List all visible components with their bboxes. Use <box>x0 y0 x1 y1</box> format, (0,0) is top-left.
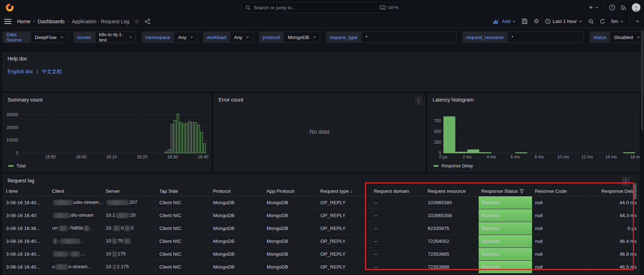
search-placeholder: Search or jump to... <box>254 5 380 10</box>
cell-protocol: MongoDB <box>210 247 264 260</box>
filter-group: request_resource* <box>462 31 584 43</box>
latency-legend[interactable]: Response Delay <box>433 163 473 168</box>
column-header-request-type[interactable]: Request type ↓ <box>317 186 371 196</box>
keyboard-icon <box>380 5 386 10</box>
filter-label-workload[interactable]: workload <box>203 31 230 43</box>
redacted-text <box>53 239 57 244</box>
column-header-response-delay[interactable]: Response Delay <box>586 186 639 196</box>
english-doc-link[interactable]: English doc <box>8 69 33 74</box>
time-range-picker[interactable]: Last 1 hour <box>545 19 583 24</box>
summary-legend[interactable]: Total <box>8 163 25 168</box>
column-header-resonse-code[interactable]: Resonse Code <box>532 186 586 196</box>
cell-protocol: MongoDB <box>210 260 264 273</box>
cell-app-protocol: MongoDB <box>264 209 317 222</box>
filter-select-namespace[interactable]: Any <box>174 31 197 43</box>
panel-menu-icon[interactable]: ⋮ <box>622 177 630 186</box>
star-icon[interactable]: ☆ <box>134 18 140 25</box>
svg-text:16:30: 16:30 <box>167 154 178 159</box>
redacted-text <box>84 226 89 231</box>
breadcrumb-item[interactable]: Application - Request Log <box>72 19 129 24</box>
column-filter-icon[interactable] <box>519 189 524 193</box>
chinese-doc-link[interactable]: 中文文档 <box>42 69 62 74</box>
table-row: 3-08-16 16:40... uo-stream... 10.2.175 C… <box>3 260 639 273</box>
panel-menu-icon[interactable]: ⋮ <box>415 96 423 105</box>
refresh-icon[interactable] <box>600 19 605 24</box>
redacted-text <box>113 264 116 270</box>
grafana-logo[interactable] <box>5 3 14 12</box>
svg-text:6 ms: 6 ms <box>511 154 520 159</box>
svg-text:0: 0 <box>16 151 18 156</box>
column-header-request-domain[interactable]: Request domain <box>371 186 425 196</box>
page-scrollbar[interactable] <box>641 30 643 130</box>
cell-request-type: OP_REPLY <box>317 209 371 222</box>
filter-label-protocol[interactable]: protocol <box>259 31 283 43</box>
add-panel-icon <box>493 19 499 24</box>
filter-select-Data Source[interactable]: DeepFlow <box>31 31 68 43</box>
svg-text:?: ? <box>611 6 613 10</box>
filter-select-status[interactable]: Disabled <box>610 31 644 43</box>
filter-label-status[interactable]: status <box>590 31 610 43</box>
filter-select-workload[interactable]: Any <box>230 31 253 43</box>
user-avatar[interactable] <box>632 3 640 12</box>
save-dashboard-icon[interactable] <box>522 18 528 24</box>
cell-tap-side: Client NIC <box>156 247 210 260</box>
column-header-app-protocol[interactable]: App Protocol <box>264 186 317 196</box>
column-header-response-status[interactable]: Response Status <box>478 186 532 196</box>
cell-app-protocol: MongoDB <box>264 247 317 260</box>
column-header-client[interactable]: Client <box>49 186 103 196</box>
cell-start-time: 3-08-16 16:40... <box>3 235 49 247</box>
column-header-t-time[interactable]: t time <box>3 186 49 196</box>
svg-text:2 ms: 2 ms <box>463 154 472 159</box>
error-count-title[interactable]: Error count <box>214 94 248 105</box>
filter-input-request_resource[interactable]: * <box>507 31 584 43</box>
collapse-toolbar-icon[interactable] <box>635 19 640 24</box>
filter-label-Data Source[interactable]: Data Source <box>3 31 30 43</box>
dashboard-nav-bar: Home›Dashboards›Application - Request Lo… <box>0 15 644 28</box>
nav-divider <box>629 18 630 25</box>
redacted-text <box>107 200 129 205</box>
filter-select-protocol[interactable]: MongoDB <box>284 31 320 43</box>
column-header-protocol[interactable]: Protocol <box>210 186 264 196</box>
filter-group: workloadAny <box>203 31 253 43</box>
zoom-out-icon[interactable] <box>588 19 594 24</box>
new-button[interactable]: + <box>589 4 599 11</box>
help-doc-title[interactable]: Help doc <box>3 53 31 64</box>
search-input[interactable]: Search or jump to... ctrl+k <box>241 2 402 13</box>
table-header-row: t timeClientServerTap SideProtocolApp Pr… <box>3 186 639 196</box>
filter-label-cluster[interactable]: cluster <box>73 31 95 43</box>
filter-input-request_type[interactable]: * <box>361 31 457 43</box>
help-icon[interactable]: ? <box>609 4 615 11</box>
sort-desc-icon: ↓ <box>350 188 352 194</box>
cell-server: 10175 <box>103 247 156 260</box>
table-scrollbar[interactable] <box>634 183 636 200</box>
breadcrumb-item[interactable]: Home <box>17 19 30 24</box>
search-icon <box>245 5 251 10</box>
redacted-text <box>53 251 68 257</box>
dashboard-settings-icon[interactable]: ⚙ <box>533 18 539 25</box>
status-badge: Success <box>478 260 532 273</box>
table-row: 3-08-16 16:40... udio-stream... 207 Clie… <box>3 196 639 209</box>
filter-label-namespace[interactable]: namespace <box>142 31 174 43</box>
filter-select-cluster[interactable]: k8s-tc-bj-1-test <box>95 31 136 43</box>
menu-toggle-icon[interactable] <box>4 19 11 24</box>
svg-text:500: 500 <box>434 129 441 134</box>
svg-text:30000: 30000 <box>6 112 19 117</box>
filter-label-request_type[interactable]: request_type <box>326 31 361 43</box>
svg-text:750: 750 <box>434 118 441 123</box>
cell-request-resource: 62330875 <box>425 222 478 235</box>
share-icon[interactable] <box>145 19 150 24</box>
request-log-title[interactable]: Request log <box>3 175 39 186</box>
column-header-tap-side[interactable]: Tap Side <box>156 186 210 196</box>
news-icon[interactable] <box>620 4 627 11</box>
refresh-interval-picker[interactable]: 5m <box>611 19 624 24</box>
svg-text:4 ms: 4 ms <box>487 154 496 159</box>
breadcrumb-item[interactable]: Dashboards <box>38 19 65 24</box>
cell-response-code: null <box>532 247 586 260</box>
column-header-server[interactable]: Server <box>103 186 156 196</box>
column-header-request-resource[interactable]: Request resource <box>425 186 478 196</box>
cell-response-delay: 46.8 ms <box>586 247 639 260</box>
filter-label-request_resource[interactable]: request_resource <box>462 31 507 43</box>
add-panel-button[interactable]: Add <box>493 19 516 24</box>
status-badge: Success <box>478 247 532 260</box>
cell-client: udio-stream... <box>49 196 103 209</box>
